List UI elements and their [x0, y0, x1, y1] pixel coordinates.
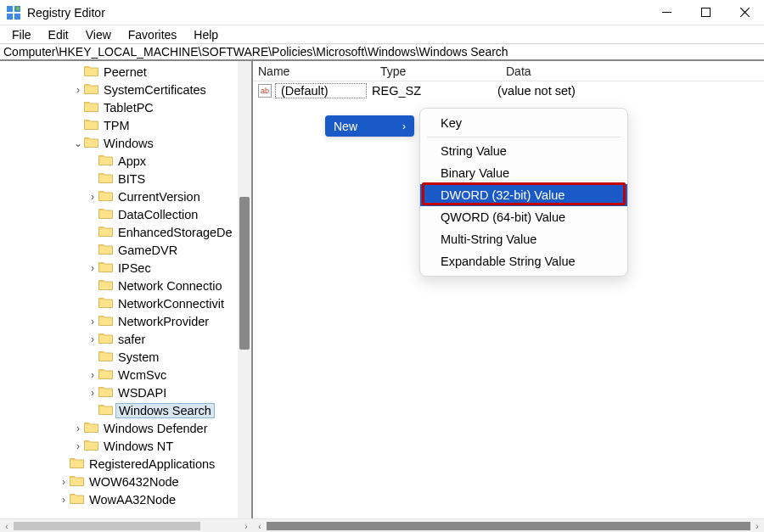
value-data: (value not set): [492, 84, 581, 98]
list-header: Name Type Data: [253, 61, 764, 81]
folder-icon: [84, 64, 102, 79]
context-separator: [427, 137, 621, 137]
folder-icon: [84, 82, 102, 97]
col-name[interactable]: Name: [253, 64, 375, 78]
tree-node-label: EnhancedStorageDe: [116, 226, 234, 239]
tree-node-ipsec[interactable]: ›IPSec: [0, 259, 251, 277]
tree-node-networkprovider[interactable]: ›NetworkProvider: [0, 312, 251, 330]
tree-node-label: CurrentVersion: [116, 190, 202, 204]
tree-node-windows[interactable]: ⌄Windows: [0, 134, 251, 152]
list-row-default[interactable]: ab (Default) REG_SZ (value not set): [253, 81, 764, 100]
ctx-item-qword[interactable]: QWORD (64-bit) Value: [420, 206, 627, 228]
menu-file[interactable]: File: [3, 26, 40, 43]
folder-icon: [98, 171, 116, 186]
menu-view[interactable]: View: [77, 26, 120, 43]
tree-horizontal-scrollbar[interactable]: ‹ ›: [0, 518, 253, 532]
tree-node-enhancedstoragede[interactable]: ·EnhancedStorageDe: [0, 223, 251, 241]
tree-node-wcmsvc[interactable]: ›WcmSvc: [0, 366, 251, 384]
folder-icon: [70, 492, 87, 507]
chevron-right-icon[interactable]: ›: [87, 262, 98, 274]
folder-icon: [98, 403, 116, 417]
tree-node-label: BITS: [116, 172, 147, 186]
close-button[interactable]: [725, 0, 764, 25]
tree-node-label: TabletPC: [102, 101, 155, 115]
address-bar[interactable]: Computer\HKEY_LOCAL_MACHINE\SOFTWARE\Pol…: [0, 44, 764, 61]
svg-rect-6: [701, 8, 710, 17]
tree-node-label: NetworkProvider: [116, 315, 211, 328]
tree-node-label: WcmSvc: [116, 368, 168, 382]
tree-node-registeredapplications[interactable]: ·RegisteredApplications: [0, 455, 251, 473]
tree-node-label: TPM: [102, 119, 132, 132]
tree-node-label: Network Connectio: [116, 279, 224, 293]
tree-node-label: DataCollection: [116, 208, 199, 221]
tree-node-label: RegisteredApplications: [87, 457, 216, 471]
menu-edit[interactable]: Edit: [40, 26, 77, 43]
ctx-item-key[interactable]: Key: [420, 112, 627, 134]
tree-node-safer[interactable]: ›safer: [0, 330, 251, 348]
tree-node-windows-defender[interactable]: ›Windows Defender: [0, 419, 251, 437]
chevron-right-icon[interactable]: ›: [87, 316, 98, 328]
tree-node-bits[interactable]: ·BITS: [0, 170, 251, 188]
ctx-item-dword[interactable]: DWORD (32-bit) Value: [420, 184, 627, 206]
chevron-right-icon[interactable]: ›: [87, 333, 98, 345]
tree-vertical-scrollbar[interactable]: [238, 61, 251, 518]
list-horizontal-scrollbar[interactable]: ‹ ›: [253, 518, 764, 532]
folder-icon: [84, 421, 102, 435]
tree-node-wsdapi[interactable]: ›WSDAPI: [0, 384, 251, 401]
ctx-item-binary[interactable]: Binary Value: [420, 162, 627, 184]
tree-node-wow6432node[interactable]: ›WOW6432Node: [0, 473, 251, 490]
svg-rect-2: [7, 14, 13, 20]
chevron-right-icon[interactable]: ›: [87, 191, 98, 203]
bottom-scrollbars: ‹ › ‹ ›: [0, 518, 764, 532]
tree-node-peernet[interactable]: ·Peernet: [0, 63, 251, 81]
minimize-button[interactable]: [647, 0, 686, 25]
tree-node-appx[interactable]: ·Appx: [0, 152, 251, 170]
tree-node-networkconnectivit[interactable]: ·NetworkConnectivit: [0, 294, 251, 312]
menu-help[interactable]: Help: [185, 26, 227, 43]
tree-node-tpm[interactable]: ·TPM: [0, 116, 251, 134]
col-type[interactable]: Type: [375, 64, 501, 78]
tree-node-gamedvr[interactable]: ·GameDVR: [0, 241, 251, 259]
chevron-right-icon[interactable]: ›: [72, 84, 84, 96]
ctx-item-multistring[interactable]: Multi-String Value: [420, 228, 627, 250]
context-submenu-new: Key String Value Binary Value DWORD (32-…: [419, 108, 628, 277]
chevron-right-icon[interactable]: ›: [87, 369, 98, 381]
tree-node-label: safer: [116, 333, 147, 346]
ctx-item-expandable[interactable]: Expandable String Value: [420, 250, 627, 272]
workspace: ·Peernet›SystemCertificates·TabletPC·TPM…: [0, 61, 764, 518]
folder-icon: [98, 225, 116, 239]
tree-node-windows-nt[interactable]: ›Windows NT: [0, 437, 251, 455]
title-bar: Registry Editor: [0, 0, 764, 25]
svg-point-4: [16, 6, 20, 9]
tree-node-windows-search[interactable]: ·Windows Search: [0, 401, 251, 419]
tree-node-label: Peernet: [102, 65, 149, 79]
folder-icon: [98, 296, 116, 311]
list-pane: Name Type Data ab (Default) REG_SZ (valu…: [253, 61, 764, 518]
folder-icon: [84, 100, 102, 115]
col-data[interactable]: Data: [501, 64, 764, 78]
string-value-icon: ab: [258, 84, 272, 98]
tree-node-label: WowAA32Node: [87, 493, 177, 507]
chevron-right-icon[interactable]: ›: [58, 476, 70, 488]
menu-favorites[interactable]: Favorites: [120, 26, 186, 43]
tree-node-systemcertificates[interactable]: ›SystemCertificates: [0, 81, 251, 98]
folder-icon: [98, 260, 116, 275]
svg-rect-3: [14, 14, 20, 20]
tree-node-system[interactable]: ·System: [0, 348, 251, 366]
chevron-right-icon[interactable]: ›: [87, 387, 98, 399]
tree-node-datacollection[interactable]: ·DataCollection: [0, 205, 251, 223]
chevron-right-icon[interactable]: ›: [72, 423, 84, 434]
chevron-right-icon[interactable]: ›: [72, 440, 84, 452]
tree-node-label: GameDVR: [116, 244, 179, 257]
ctx-item-string[interactable]: String Value: [420, 140, 627, 162]
tree-node-network-connectio[interactable]: ·Network Connectio: [0, 277, 251, 294]
folder-icon: [70, 474, 87, 489]
chevron-down-icon[interactable]: ⌄: [72, 137, 84, 149]
tree-node-tabletpc[interactable]: ·TabletPC: [0, 98, 251, 116]
chevron-right-icon[interactable]: ›: [58, 494, 70, 506]
maximize-button[interactable]: [686, 0, 725, 25]
tree-node-currentversion[interactable]: ›CurrentVersion: [0, 188, 251, 205]
folder-icon: [84, 439, 102, 453]
tree-node-wowaa32node[interactable]: ›WowAA32Node: [0, 490, 251, 508]
context-parent-new[interactable]: New ›: [325, 115, 414, 137]
